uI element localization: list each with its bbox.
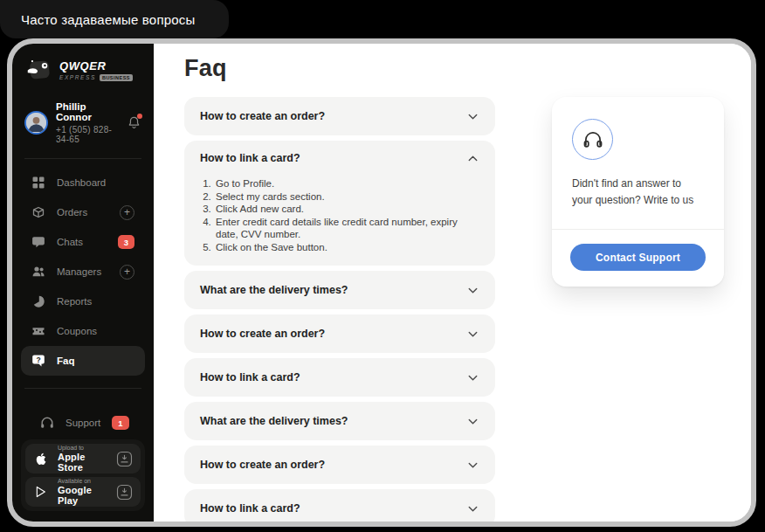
avatar: [24, 111, 48, 135]
chevron-down-icon[interactable]: [466, 502, 479, 515]
add-icon[interactable]: +: [120, 205, 134, 220]
store-name-label: Apple Store: [58, 452, 107, 473]
faq-step: Go to Profile.: [214, 177, 479, 190]
download-icon: [116, 451, 133, 467]
faq-question: What are the delivery times?: [200, 284, 348, 296]
headphones-icon: [572, 119, 613, 160]
user-name: Phillip Connor: [56, 101, 119, 122]
apple-icon: [33, 452, 49, 466]
brand-name: QWQER: [59, 59, 133, 73]
faq-question: How to create an order?: [200, 110, 325, 122]
dashboard-icon: [31, 176, 45, 190]
reports-icon: [31, 294, 45, 308]
chevron-down-icon[interactable]: [466, 371, 479, 384]
store-small-label: Upload to: [58, 445, 107, 451]
sidebar-item-label: Dashboard: [57, 177, 106, 188]
faq-answer-steps: Go to Profile.Select my cards section.Cl…: [200, 177, 479, 266]
sidebar-menu: Dashboard Orders + Chats 3 Managers + Re…: [12, 159, 154, 376]
brand-logo: QWQER EXPRESS BUSINESS: [12, 44, 154, 84]
faq-accordion-item[interactable]: How to link a card?: [184, 358, 495, 397]
user-profile[interactable]: Phillip Connor +1 (505) 828-34-65: [24, 101, 141, 144]
headset-icon: [40, 416, 54, 430]
support-card: Didn't find an answer to your question? …: [552, 97, 724, 287]
faq-question: How to link a card?: [200, 371, 300, 383]
faq-accordion-item[interactable]: How to link a card?: [184, 489, 495, 522]
faq-icon: ?: [31, 354, 45, 368]
brand-subtitle: EXPRESS: [59, 74, 96, 80]
faq-accordion-item[interactable]: How to create an order?: [184, 446, 495, 484]
brand-badge: BUSINESS: [100, 74, 133, 81]
faq-question: What are the delivery times?: [200, 415, 348, 427]
sidebar-item-support[interactable]: Support 1: [30, 408, 136, 438]
notifications-bell-icon[interactable]: [127, 115, 141, 131]
faq-question: How to create an order?: [200, 328, 325, 340]
store-small-label: Available on: [58, 478, 107, 484]
contact-support-button[interactable]: Contact Support: [570, 244, 706, 271]
sidebar-item-label: Faq: [57, 356, 74, 366]
chevron-down-icon[interactable]: [466, 459, 479, 472]
sidebar: QWQER EXPRESS BUSINESS Phillip C: [12, 44, 154, 522]
faq-accordion-item[interactable]: What are the delivery times?: [184, 402, 495, 440]
faq-accordion-item[interactable]: How to link a card? Go to Profile.Select…: [184, 141, 495, 266]
page-title: Faq: [184, 55, 751, 82]
sidebar-item-orders[interactable]: Orders +: [21, 197, 145, 227]
sidebar-item-coupons[interactable]: Coupons: [21, 316, 145, 346]
sidebar-item-label: Managers: [57, 266, 101, 277]
google-play-icon: [33, 485, 49, 499]
app-window: QWQER EXPRESS BUSINESS Phillip C: [7, 38, 756, 527]
qwqer-logo-icon: [24, 56, 52, 84]
sidebar-item-dashboard[interactable]: Dashboard: [21, 168, 145, 197]
faq-step: Enter credit card details like credit ca…: [214, 216, 479, 241]
faq-step: Click Add new card.: [214, 203, 479, 216]
svg-text:?: ?: [36, 356, 40, 364]
app-store-links: Upload to Apple Store Available on Googl…: [21, 439, 145, 511]
managers-icon: [31, 265, 45, 279]
coupons-icon: [31, 324, 45, 338]
chevron-down-icon[interactable]: [466, 284, 479, 297]
faq-accordion-item[interactable]: How to create an order?: [184, 314, 495, 353]
sidebar-item-label: Reports: [57, 296, 92, 307]
page-title-tab: Часто задаваемые вопросы: [0, 0, 229, 38]
faq-accordion-item[interactable]: How to create an order?: [184, 97, 495, 135]
count-badge: 3: [118, 235, 134, 249]
sidebar-item-label: Chats: [57, 237, 83, 247]
faq-question: How to link a card?: [200, 502, 300, 515]
sidebar-item-label: Coupons: [57, 326, 97, 336]
sidebar-item-reports[interactable]: Reports: [21, 287, 145, 316]
support-card-text: Didn't find an answer to your question? …: [572, 176, 704, 208]
chevron-up-icon[interactable]: [466, 152, 479, 165]
faq-accordion-item[interactable]: What are the delivery times?: [184, 271, 495, 309]
chevron-down-icon[interactable]: [466, 415, 479, 428]
sidebar-item-label: Orders: [57, 207, 87, 218]
store-button-apple-store[interactable]: Upload to Apple Store: [25, 444, 141, 473]
store-button-google-play[interactable]: Available on Google Play: [25, 477, 141, 507]
screen: Часто задаваемые вопросы QWQER E: [0, 0, 765, 532]
faq-question: How to create an order?: [200, 459, 325, 471]
sidebar-item-chats[interactable]: Chats 3: [21, 227, 145, 257]
faq-step: Select my cards section.: [214, 190, 479, 204]
user-phone: +1 (505) 828-34-65: [56, 125, 119, 144]
chevron-down-icon[interactable]: [466, 328, 479, 341]
faq-list: How to create an order? How to link a ca…: [184, 97, 495, 522]
page-title-tab-label: Часто задаваемые вопросы: [21, 12, 196, 27]
orders-icon: [31, 205, 45, 219]
notification-dot: [137, 114, 142, 119]
store-name-label: Google Play: [58, 485, 107, 506]
sidebar-item-managers[interactable]: Managers +: [21, 257, 145, 287]
chats-icon: [31, 235, 45, 249]
sidebar-item-label: Support: [65, 418, 100, 428]
faq-question: How to link a card?: [200, 152, 300, 164]
sidebar-item-faq[interactable]: ? Faq: [21, 346, 145, 376]
main-content: Faq How to create an order? How to link …: [154, 44, 751, 522]
support-count-badge: 1: [112, 416, 128, 430]
faq-step: Click on the Save button.: [214, 241, 479, 254]
sidebar-divider: [24, 388, 141, 389]
download-icon: [116, 484, 133, 501]
add-icon[interactable]: +: [120, 265, 134, 280]
chevron-down-icon[interactable]: [466, 110, 479, 123]
